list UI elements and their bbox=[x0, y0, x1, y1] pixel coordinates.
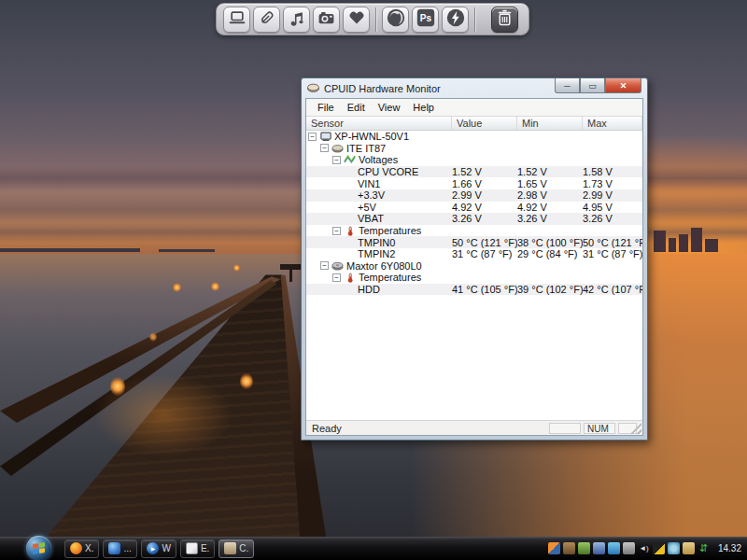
sensor-cell: −Temperatures bbox=[306, 225, 452, 236]
firefox-icon bbox=[386, 7, 406, 32]
tray-icon-photo-viewer[interactable] bbox=[548, 542, 560, 554]
skyline-building bbox=[679, 234, 688, 252]
sensor-row-temperatures[interactable]: −Temperatures bbox=[306, 225, 642, 237]
sensor-row-vbat[interactable]: VBAT3.26 V3.26 V3.26 V bbox=[306, 213, 642, 225]
taskbar-button-label: W bbox=[162, 543, 170, 553]
tray-icons: ◄)⇵ bbox=[548, 542, 710, 554]
value-cell: 1.66 V bbox=[452, 178, 517, 189]
computer-icon bbox=[319, 132, 331, 142]
status-text: Ready bbox=[312, 423, 342, 434]
sensor-row-cpu-vcore[interactable]: CPU VCORE1.52 V1.52 V1.58 V bbox=[306, 166, 642, 178]
window-client-area: FileEditViewHelp SensorValueMinMax −XP-H… bbox=[305, 98, 643, 436]
taskbar-clock[interactable]: 14.32 bbox=[718, 543, 741, 553]
tray-icon-messenger-status[interactable] bbox=[608, 542, 620, 554]
sensor-row-+5v[interactable]: +5V4.92 V4.92 V4.95 V bbox=[306, 202, 642, 214]
sensor-label: VIN1 bbox=[358, 178, 380, 189]
laptop-dock-button[interactable] bbox=[223, 7, 250, 33]
sensor-label: Temperatures bbox=[359, 272, 421, 283]
tray-icon-volume[interactable]: ◄) bbox=[638, 542, 650, 554]
sensor-row-hdd[interactable]: HDD41 °C (105 °F)39 °C (102 °F)42 °C (10… bbox=[306, 284, 642, 296]
tray-icon-update-agent[interactable] bbox=[623, 542, 635, 554]
messenger-icon bbox=[108, 542, 120, 554]
lightning-dock-button[interactable] bbox=[442, 7, 469, 33]
column-header-max[interactable]: Max bbox=[583, 117, 642, 130]
music-note-icon bbox=[289, 9, 304, 30]
value-cell: 2.99 V bbox=[452, 189, 517, 201]
photoshop-dock-button[interactable]: Ps bbox=[412, 7, 439, 33]
minimize-button[interactable]: ─ bbox=[555, 78, 580, 93]
sensor-row-maxtor-6y080l0[interactable]: −Maxtor 6Y080L0 bbox=[306, 260, 642, 273]
sensor-row-voltages[interactable]: −Voltages bbox=[306, 154, 642, 166]
window-titlebar[interactable]: CPUID Hardware Monitor ─ ▭ ✕ bbox=[302, 78, 647, 98]
min-cell: 38 °C (100 °F) bbox=[517, 237, 583, 248]
music-note-dock-button[interactable] bbox=[283, 7, 310, 33]
tree-collapse-toggle[interactable]: − bbox=[332, 273, 341, 282]
tray-icon-file-sync[interactable] bbox=[683, 542, 695, 554]
sensor-row-ite-it87[interactable]: −ITE IT87 bbox=[306, 143, 642, 155]
max-cell: 31 °C (87 °F) bbox=[583, 248, 642, 259]
maximize-button[interactable]: ▭ bbox=[580, 78, 605, 93]
horizon-land bbox=[159, 249, 215, 252]
task-buttons: X....▶WE.C. bbox=[64, 539, 258, 558]
sensor-label: ITE IT87 bbox=[346, 143, 386, 154]
tray-icon-display-settings[interactable] bbox=[653, 542, 665, 554]
sensor-cell: −Temperatures bbox=[306, 272, 452, 283]
tray-icon-utility-b[interactable] bbox=[578, 542, 590, 554]
heart-dock-button[interactable] bbox=[343, 7, 370, 33]
system-tray: ◄)⇵ 14.32 bbox=[548, 542, 747, 554]
tree-collapse-toggle[interactable]: − bbox=[320, 144, 329, 152]
sensor-row-+3.3v[interactable]: +3.3V2.99 V2.98 V2.99 V bbox=[306, 189, 642, 202]
windows-flag-icon bbox=[33, 542, 45, 554]
taskbar-button-editor[interactable]: E. bbox=[180, 539, 215, 558]
sensor-tree-list: −XP-HWNL-50V1−ITE IT87−VoltagesCPU VCORE… bbox=[306, 131, 642, 420]
sensor-row-vin1[interactable]: VIN11.66 V1.65 V1.73 V bbox=[306, 177, 642, 189]
taskbar-button-cpuid[interactable]: C. bbox=[218, 539, 254, 558]
value-cell: 50 °C (121 °F) bbox=[452, 237, 517, 248]
menu-file[interactable]: File bbox=[311, 100, 341, 115]
status-pane-empty bbox=[549, 423, 581, 434]
firefox-dock-button[interactable] bbox=[382, 7, 409, 33]
sensor-row-temperatures[interactable]: −Temperatures bbox=[306, 272, 642, 284]
taskbar-button-media-player[interactable]: ▶W bbox=[141, 539, 176, 558]
sensor-cell: TMPIN0 bbox=[306, 237, 452, 248]
trash-dock-button[interactable] bbox=[491, 7, 518, 33]
sensor-row-xp-hwnl-50v1[interactable]: −XP-HWNL-50V1 bbox=[306, 131, 642, 143]
taskbar-button-messenger[interactable]: ... bbox=[103, 539, 137, 558]
tree-collapse-toggle[interactable]: − bbox=[308, 133, 317, 141]
tray-icon-remote-viewer[interactable] bbox=[668, 542, 680, 554]
column-header-min[interactable]: Min bbox=[517, 117, 583, 130]
min-cell: 1.65 V bbox=[517, 178, 583, 189]
svg-text:Ps: Ps bbox=[419, 13, 431, 23]
menu-view[interactable]: View bbox=[372, 100, 407, 115]
column-header-value[interactable]: Value bbox=[452, 117, 517, 130]
sensor-label: +3.3V bbox=[358, 189, 385, 201]
tray-icon-utility-a[interactable] bbox=[563, 542, 575, 554]
paperclip-icon bbox=[259, 9, 275, 30]
camera-dock-button[interactable] bbox=[313, 7, 340, 33]
pier-lamp bbox=[173, 283, 181, 292]
skyline-building bbox=[654, 231, 666, 252]
close-button[interactable]: ✕ bbox=[605, 78, 641, 93]
sensor-row-tmpin2[interactable]: TMPIN231 °C (87 °F)29 °C (84 °F)31 °C (8… bbox=[306, 248, 642, 260]
column-header-sensor[interactable]: Sensor bbox=[306, 117, 452, 130]
value-cell: 31 °C (87 °F) bbox=[452, 248, 517, 259]
menu-help[interactable]: Help bbox=[406, 100, 441, 115]
paperclip-dock-button[interactable] bbox=[253, 7, 280, 33]
tray-icon-network-monitors[interactable] bbox=[593, 542, 605, 554]
taskbar-button-firefox[interactable]: X. bbox=[64, 539, 99, 558]
thermometer-icon bbox=[344, 273, 356, 283]
tree-collapse-toggle[interactable]: − bbox=[332, 227, 341, 235]
skyline-building bbox=[705, 239, 718, 252]
list-column-headers: SensorValueMinMax bbox=[306, 117, 642, 131]
start-button[interactable] bbox=[26, 536, 51, 560]
sensor-row-tmpin0[interactable]: TMPIN050 °C (121 °F)38 °C (100 °F)50 °C … bbox=[306, 236, 642, 248]
trash-icon bbox=[497, 9, 513, 30]
tray-icon-sync-arrows[interactable]: ⇵ bbox=[698, 542, 710, 554]
max-cell: 1.73 V bbox=[583, 178, 642, 189]
min-cell: 29 °C (84 °F) bbox=[517, 248, 583, 259]
min-cell: 2.98 V bbox=[517, 189, 583, 201]
tree-collapse-toggle[interactable]: − bbox=[332, 156, 341, 164]
tree-collapse-toggle[interactable]: − bbox=[320, 261, 329, 270]
status-bar: Ready NUM bbox=[306, 420, 642, 435]
menu-edit[interactable]: Edit bbox=[341, 100, 372, 115]
